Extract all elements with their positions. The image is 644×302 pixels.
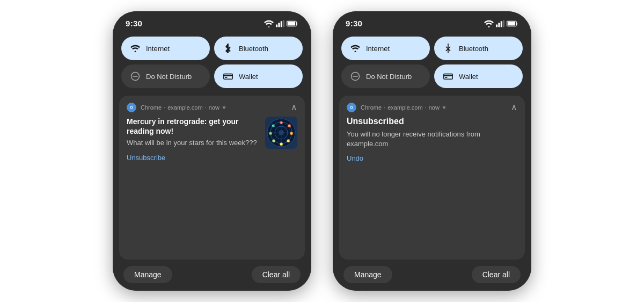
collapse-icon-2[interactable]: ∧ [511, 102, 517, 112]
notif-header-left-1: Chrome · example.com · now ★ [127, 103, 226, 112]
bottom-buttons-2: Manage Clear all [333, 266, 531, 291]
bluetooth-label-2: Bluetooth [459, 45, 488, 53]
notif-header-2: Chrome · example.com · now ★ ∧ [347, 102, 517, 112]
status-icons-1 [264, 20, 298, 27]
svg-rect-42 [444, 74, 453, 80]
notif-title-1: Mercury in retrograde: get your reading … [127, 117, 260, 136]
notif-body-2: Unsubscribed You will no longer receive … [347, 117, 517, 162]
wifi-qs-icon [130, 43, 141, 54]
svg-text:♋: ♋ [287, 139, 290, 143]
status-bar-1: 9:30 [113, 11, 311, 32]
bottom-buttons-1: Manage Clear all [113, 266, 311, 291]
notif-text-2: Unsubscribed You will no longer receive … [347, 117, 517, 162]
svg-rect-44 [445, 77, 448, 78]
svg-rect-32 [496, 24, 497, 27]
status-icons-2 [484, 20, 518, 27]
phone-1-screen: 9:30 [113, 11, 311, 291]
wallet-qs-icon-2 [443, 71, 453, 82]
phone-1: 9:30 [113, 11, 311, 291]
notif-header-1: Chrome · example.com · now ★ ∧ [127, 102, 297, 112]
svg-rect-2 [281, 21, 282, 27]
svg-rect-3 [283, 20, 284, 27]
notif-undo-2[interactable]: Undo [347, 154, 517, 162]
qs-tile-dnd-2[interactable]: Do Not Disturb [341, 64, 430, 88]
phone-2-screen: 9:30 [333, 11, 531, 291]
zodiac-image-1: ♈ ♉ ♊ ♋ ♌ ♍ ♎ ♏ [265, 117, 297, 149]
svg-rect-34 [501, 21, 502, 27]
dnd-qs-icon-1 [130, 71, 141, 82]
qs-tile-bluetooth-1[interactable]: Bluetooth [214, 37, 303, 60]
notif-body-1: Mercury in retrograde: get your reading … [127, 117, 297, 162]
clear-all-button-1[interactable]: Clear all [252, 266, 301, 283]
status-bar-2: 9:30 [333, 11, 531, 32]
manage-button-1[interactable]: Manage [123, 266, 172, 283]
svg-text:♎: ♎ [269, 132, 273, 135]
notif-meta-2: Chrome · example.com · now ★ [361, 104, 447, 111]
qs-tile-wallet-1[interactable]: Wallet [214, 64, 303, 88]
manage-button-2[interactable]: Manage [343, 266, 392, 283]
qs-tile-dnd-1[interactable]: Do Not Disturb [121, 64, 210, 88]
dnd-label-2: Do Not Disturb [366, 73, 412, 81]
svg-rect-33 [498, 23, 500, 27]
svg-rect-0 [276, 24, 277, 27]
wifi-icon [264, 20, 274, 27]
wallet-label-1: Wallet [239, 73, 258, 81]
svg-rect-1 [278, 23, 280, 27]
svg-text:♊: ♊ [290, 132, 294, 135]
qs-tile-bluetooth-2[interactable]: Bluetooth [434, 37, 523, 60]
signal-icon [276, 20, 284, 27]
notif-text-1: Mercury in retrograde: get your reading … [127, 117, 260, 162]
star-icon-2: ★ [442, 104, 447, 110]
chrome-icon-2 [347, 103, 356, 112]
notif-title-2: Unsubscribed [347, 117, 517, 126]
internet-label-2: Internet [366, 45, 390, 53]
qs-tile-internet-1[interactable]: Internet [121, 37, 210, 60]
status-time-2: 9:30 [346, 19, 362, 28]
chrome-icon-1 [127, 103, 136, 112]
wifi-qs-icon-2 [350, 43, 361, 54]
signal-icon-2 [496, 20, 504, 27]
bluetooth-qs-icon-1 [223, 43, 233, 54]
svg-rect-5 [296, 22, 297, 24]
qs-tile-wallet-2[interactable]: Wallet [434, 64, 523, 88]
svg-rect-35 [503, 20, 504, 27]
status-time-1: 9:30 [126, 19, 142, 28]
svg-point-47 [351, 106, 353, 108]
phone-2: 9:30 [333, 11, 531, 291]
notif-meta-1: Chrome · example.com · now ★ [141, 104, 226, 111]
svg-text:♍: ♍ [272, 139, 276, 143]
svg-text:♉: ♉ [288, 124, 291, 128]
notif-unsubscribe-1[interactable]: Unsubscribe [127, 154, 260, 162]
notification-card-2: Chrome · example.com · now ★ ∧ Unsubscri… [339, 96, 525, 260]
svg-rect-38 [508, 21, 515, 25]
svg-text:♈: ♈ [280, 121, 283, 125]
svg-rect-10 [224, 74, 233, 80]
clear-all-button-2[interactable]: Clear all [472, 266, 521, 283]
bluetooth-label-1: Bluetooth [239, 45, 268, 53]
quick-settings-1: Internet Bluetooth [113, 32, 311, 94]
collapse-icon-1[interactable]: ∧ [291, 102, 297, 112]
svg-rect-37 [516, 22, 517, 24]
svg-text:♌: ♌ [280, 142, 283, 146]
dnd-label-1: Do Not Disturb [146, 73, 192, 81]
notif-desc-1: What will be in your stars for this week… [127, 138, 260, 148]
svg-point-15 [131, 106, 133, 108]
internet-label-1: Internet [146, 45, 170, 53]
bluetooth-qs-icon-2 [443, 43, 453, 54]
wallet-qs-icon-1 [223, 71, 233, 82]
star-icon-1: ★ [222, 104, 226, 110]
svg-rect-43 [444, 75, 453, 76]
svg-rect-11 [224, 75, 233, 76]
notifications-area-2: Chrome · example.com · now ★ ∧ Unsubscri… [333, 94, 531, 266]
notif-header-left-2: Chrome · example.com · now ★ [347, 103, 447, 112]
notification-card-1: Chrome · example.com · now ★ ∧ Mercury i… [119, 96, 305, 260]
qs-tile-internet-2[interactable]: Internet [341, 37, 430, 60]
quick-settings-2: Internet Bluetooth [333, 32, 531, 94]
dnd-qs-icon-2 [350, 71, 361, 82]
svg-rect-12 [225, 77, 228, 78]
svg-rect-6 [288, 21, 295, 25]
notif-desc-2: You will no longer receive notifications… [347, 130, 517, 149]
battery-icon [287, 20, 298, 27]
notifications-area-1: Chrome · example.com · now ★ ∧ Mercury i… [113, 94, 311, 266]
battery-icon-2 [507, 20, 518, 27]
